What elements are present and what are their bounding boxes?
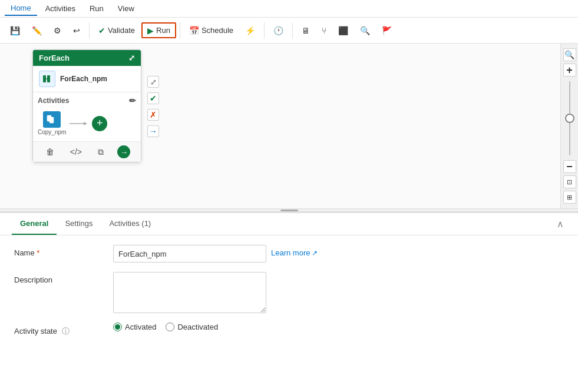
foreach-title: ForEach (39, 54, 70, 62)
menu-run[interactable]: Run (84, 2, 110, 15)
activity-state-options: Activated Deactivated (113, 323, 218, 331)
expand-icon[interactable]: ⤢ (128, 54, 135, 62)
name-row: Name * Learn more ↗ (14, 245, 564, 263)
toolbar: 💾 ✏️ ⚙ ↩ ✔ Validate ▶ Run 📅 Schedule ⚡ 🕐… (0, 18, 578, 44)
learn-more-link[interactable]: Learn more ↗ (271, 245, 318, 257)
deactivated-option[interactable]: Deactivated (166, 323, 218, 331)
flag-button[interactable]: 🚩 (376, 24, 397, 38)
arrow-indicator[interactable]: → (147, 125, 159, 137)
history-icon: 🕐 (273, 26, 283, 35)
foreach-node-icon (42, 74, 52, 84)
foreach-node-label: ForEach_npm (60, 75, 107, 83)
zoom-in-button[interactable]: + (563, 64, 576, 77)
validate-check-icon: ✔ (98, 26, 105, 35)
zoom-slider-thumb[interactable] (565, 114, 574, 123)
gear-icon: ⚙ (54, 26, 61, 35)
separator-3 (264, 22, 265, 39)
save-icon: 💾 (10, 26, 20, 35)
activated-label: Activated (125, 323, 156, 331)
grid-button[interactable]: ⊞ (563, 191, 576, 204)
undo-icon: ↩ (73, 26, 80, 35)
tab-settings[interactable]: Settings (57, 213, 101, 235)
run-button[interactable]: ▶ Run (141, 22, 176, 38)
foreach-footer: 🗑 </> ⧉ → (33, 142, 141, 162)
activity-state-label: Activity state ⓘ (14, 323, 108, 337)
activated-radio[interactable] (113, 323, 122, 331)
tab-activities[interactable]: Activities (1) (101, 213, 159, 235)
collapse-panel-button[interactable]: ∧ (554, 216, 566, 232)
description-input[interactable] (113, 272, 266, 313)
foreach-node[interactable]: ForEach ⤢ ForEach_npm (32, 49, 141, 162)
drag-handle-bar (280, 210, 298, 211)
copy-footer-icon[interactable]: ⧉ (95, 146, 106, 158)
flag-icon: 🚩 (382, 26, 392, 35)
run-play-icon: ▶ (147, 26, 154, 35)
activity-state-row: Activity state ⓘ Activated Deactivated (14, 323, 564, 337)
deactivated-label: Deactivated (177, 323, 218, 331)
run-label: Run (156, 26, 170, 35)
bolt-button[interactable]: ⚡ (240, 24, 260, 38)
edit-activities-icon[interactable]: ✏ (129, 96, 136, 105)
add-activity-button[interactable]: + (92, 116, 107, 131)
settings-button[interactable]: ⚙ (48, 24, 67, 38)
activated-option[interactable]: Activated (113, 323, 156, 331)
copy-activity-label: Copy_npm (38, 129, 66, 135)
debug-button[interactable]: ⬛ (333, 24, 354, 38)
name-label: Name * (14, 245, 108, 257)
bottom-tabs: General Settings Activities (1) ∧ (0, 213, 578, 235)
separator-1 (89, 22, 90, 39)
foreach-header-icons: ⤢ (128, 54, 135, 62)
activities-section-header: Activities ✏ (38, 96, 136, 105)
separator-2 (180, 22, 180, 39)
history-button[interactable]: 🕐 (268, 24, 289, 38)
go-button[interactable]: → (117, 145, 130, 158)
deactivated-radio[interactable] (166, 323, 174, 331)
description-label: Description (14, 272, 108, 284)
activity-state-info-icon[interactable]: ⓘ (62, 327, 70, 335)
arrow-icon: → (149, 127, 157, 136)
schedule-button[interactable]: 📅 Schedule (184, 23, 239, 38)
description-row: Description (14, 272, 564, 313)
calendar-icon: 📅 (189, 26, 199, 35)
tab-general[interactable]: General (12, 213, 57, 235)
delete-icon[interactable]: 🗑 (44, 146, 57, 158)
side-indicators: ⤢ ✔ ✗ → (147, 76, 159, 137)
copy-activity-node[interactable]: Copy_npm (38, 111, 66, 135)
activities-section-label: Activities (38, 97, 69, 105)
save-button[interactable]: 💾 (5, 24, 25, 38)
activities-row: Copy_npm + (38, 109, 136, 138)
search-canvas-button[interactable]: 🔍 (563, 48, 576, 61)
fit-page-button[interactable]: ⊡ (563, 175, 576, 188)
menu-home[interactable]: Home (5, 1, 37, 16)
undo-button[interactable]: ↩ (68, 24, 85, 38)
connector-arrow-icon (70, 120, 88, 127)
schedule-label: Schedule (202, 26, 233, 35)
bolt-icon: ⚡ (245, 26, 255, 35)
edit-icon: ✏️ (32, 26, 42, 35)
branch-button[interactable]: ⑂ (316, 24, 332, 38)
validate-label: Validate (108, 26, 135, 35)
canvas-area[interactable]: ForEach ⤢ ForEach_npm (0, 44, 578, 208)
search-toolbar-button[interactable]: 🔍 (355, 24, 375, 38)
copy-icon (43, 111, 61, 128)
required-star: * (37, 248, 39, 257)
monitor-button[interactable]: 🖥 (296, 24, 315, 38)
zoom-out-button[interactable]: − (563, 160, 576, 173)
name-input[interactable] (113, 245, 266, 263)
code-icon[interactable]: </> (68, 146, 84, 158)
expand-indicator[interactable]: ⤢ (147, 76, 159, 88)
validate-button[interactable]: ✔ Validate (93, 23, 140, 38)
activities-section: Activities ✏ (33, 92, 141, 142)
edit-button[interactable]: ✏️ (27, 24, 47, 38)
svg-rect-0 (43, 75, 46, 82)
zoom-slider-track[interactable] (569, 81, 570, 155)
foreach-header: ForEach ⤢ (33, 50, 141, 66)
bottom-tabs-left: General Settings Activities (1) (12, 213, 159, 235)
check-indicator[interactable]: ✔ (147, 92, 159, 104)
x-icon: ✗ (150, 110, 157, 119)
menu-activities[interactable]: Activities (39, 2, 81, 15)
menu-view[interactable]: View (112, 2, 140, 15)
x-indicator[interactable]: ✗ (147, 109, 159, 121)
learn-more-label: Learn more (271, 248, 310, 257)
svg-marker-6 (84, 122, 87, 125)
